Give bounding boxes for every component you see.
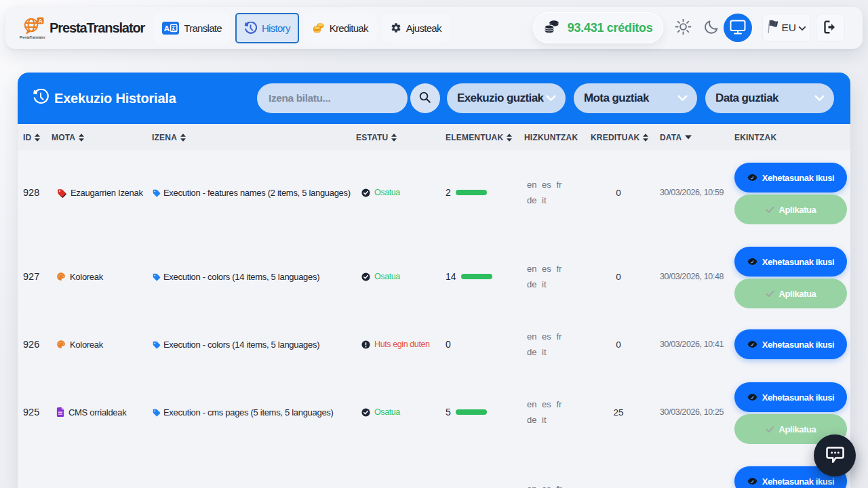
nav-item-label: History bbox=[262, 22, 290, 34]
button-label: Aplikatua bbox=[779, 424, 816, 434]
nav-item-history[interactable]: History bbox=[235, 13, 299, 43]
coins-gold-icon bbox=[313, 22, 325, 34]
eye-icon bbox=[747, 393, 757, 401]
tag-blue-icon bbox=[152, 340, 161, 349]
column-header-elementuak[interactable]: ELEMENTUAK bbox=[446, 133, 524, 142]
column-header-id[interactable]: ID bbox=[23, 133, 52, 142]
id-value: 927 bbox=[23, 271, 39, 282]
cell-actions: Xehetasunak ikusiAplikatua bbox=[734, 150, 847, 235]
status-label: Osatua bbox=[374, 188, 400, 197]
cell-id: 927 bbox=[23, 271, 52, 282]
filter-executions[interactable]: Exekuzio guztiak bbox=[447, 83, 566, 113]
language-codes: en es fr bbox=[527, 261, 591, 277]
view-details-button[interactable]: Xehetasunak ikusi bbox=[734, 329, 847, 359]
eye-icon bbox=[747, 258, 757, 266]
date-value: 30/03/2026, 10:59 bbox=[660, 188, 724, 197]
chevron-down-icon bbox=[546, 92, 556, 104]
sort-icon bbox=[180, 134, 186, 142]
cell-status: Osatua bbox=[356, 188, 446, 197]
palette-icon bbox=[56, 340, 66, 349]
button-label: Xehetasunak ikusi bbox=[762, 476, 835, 487]
logout-button[interactable] bbox=[816, 14, 845, 42]
chat-bubble-icon bbox=[824, 444, 846, 468]
cell-status: Osatua bbox=[356, 407, 446, 417]
column-label: MOTA bbox=[52, 133, 75, 142]
check-circle-icon bbox=[361, 408, 370, 417]
sort-icon bbox=[643, 134, 648, 142]
column-header-data[interactable]: DATA bbox=[660, 133, 734, 142]
translate-icon: A bbox=[162, 22, 179, 35]
gear-icon bbox=[391, 22, 401, 33]
column-header-kredituak[interactable]: KREDITUAK bbox=[591, 133, 660, 142]
applied-button[interactable]: Aplikatua bbox=[734, 279, 847, 308]
column-header-mota[interactable]: MOTA bbox=[52, 133, 152, 142]
table-row: 925CMS orrialdeakExecution - cms pages (… bbox=[18, 370, 850, 454]
execution-name: Execution - features names (2 items, 5 l… bbox=[163, 188, 351, 198]
cell-elements: 14 bbox=[446, 271, 524, 282]
nav-right: 93.431 créditos EU bbox=[533, 12, 845, 43]
elements-count: 5 bbox=[446, 407, 451, 418]
language-codes: de it bbox=[527, 277, 591, 292]
view-details-button[interactable]: Xehetasunak ikusi bbox=[734, 163, 847, 192]
column-header-estatu[interactable]: ESTATU bbox=[356, 133, 446, 142]
language-codes: en es fr bbox=[527, 396, 591, 412]
progress-bar bbox=[461, 274, 492, 279]
sort-icon bbox=[79, 134, 84, 142]
view-details-button[interactable]: Xehetasunak ikusi bbox=[734, 382, 847, 412]
applied-button[interactable]: Aplikatua bbox=[734, 195, 847, 224]
cell-id: 928 bbox=[23, 187, 52, 198]
column-label: HIZKUNTZAK bbox=[524, 133, 578, 142]
status-label: Osatua bbox=[374, 272, 400, 281]
sort-icon bbox=[391, 134, 397, 142]
filter-label: Mota guztiak bbox=[584, 92, 649, 105]
light-mode-button[interactable] bbox=[675, 18, 692, 37]
execution-name: Execution - cms pages (5 items, 5 langua… bbox=[163, 407, 334, 418]
cell-elements: 0 bbox=[446, 339, 524, 350]
type-label: Koloreak bbox=[70, 272, 103, 282]
tag-blue-icon bbox=[152, 408, 161, 417]
filter-type[interactable]: Mota guztiak bbox=[574, 83, 697, 113]
button-label: Xehetasunak ikusi bbox=[762, 392, 835, 403]
id-value: 925 bbox=[23, 407, 39, 418]
type-label: Koloreak bbox=[70, 340, 103, 350]
language-codes: de it bbox=[527, 412, 591, 428]
system-theme-button[interactable] bbox=[724, 14, 752, 42]
page-title: Exekuzio Historiala bbox=[54, 91, 176, 106]
tag-blue-icon bbox=[152, 188, 161, 197]
cell-actions: Xehetasunak ikusi bbox=[734, 329, 847, 359]
nav-item-ajusteak[interactable]: Ajusteak bbox=[382, 14, 450, 43]
cell-credits: 25 bbox=[591, 407, 660, 418]
language-selector[interactable]: EU bbox=[762, 14, 811, 42]
tag-blue-icon bbox=[152, 272, 161, 281]
history-icon bbox=[244, 22, 257, 35]
table-row: en es frXehetasunak ikusi bbox=[18, 454, 850, 488]
date-value: 30/03/2026, 10:48 bbox=[660, 272, 724, 281]
cell-languages: en es frde it bbox=[524, 177, 591, 208]
dark-mode-button[interactable] bbox=[704, 19, 719, 37]
chat-fab-button[interactable] bbox=[814, 434, 856, 476]
nav-item-translate[interactable]: ATranslate bbox=[153, 13, 231, 43]
credits-badge[interactable]: 93.431 créditos bbox=[533, 12, 664, 43]
view-details-button[interactable]: Xehetasunak ikusi bbox=[734, 247, 847, 277]
chevron-down-icon bbox=[677, 92, 688, 104]
search-button[interactable] bbox=[410, 83, 440, 113]
progress-bar bbox=[456, 409, 487, 415]
svg-text:A: A bbox=[164, 24, 170, 33]
sort-desc-icon bbox=[685, 135, 692, 140]
language-codes: en es fr bbox=[527, 481, 591, 488]
nav-item-kredituak[interactable]: Kredituak bbox=[304, 13, 377, 43]
check-icon bbox=[766, 290, 774, 298]
logout-icon bbox=[823, 20, 838, 36]
eye-icon bbox=[747, 174, 757, 182]
brand[interactable]: APrestaTranslator PrestaTranslator bbox=[19, 12, 144, 44]
column-label: EKINTZAK bbox=[734, 133, 776, 142]
filter-date[interactable]: Data guztiak bbox=[705, 83, 834, 113]
column-header-hizkuntzak: HIZKUNTZAK bbox=[524, 133, 591, 142]
button-label: Xehetasunak ikusi bbox=[762, 340, 835, 350]
cell-languages: en es frde it bbox=[524, 329, 591, 360]
search-input[interactable] bbox=[257, 83, 408, 113]
button-label: Xehetasunak ikusi bbox=[762, 257, 835, 267]
column-header-izena[interactable]: IZENA bbox=[152, 133, 356, 142]
monitor-icon bbox=[730, 20, 746, 37]
date-value: 30/03/2026, 10:25 bbox=[660, 407, 724, 417]
